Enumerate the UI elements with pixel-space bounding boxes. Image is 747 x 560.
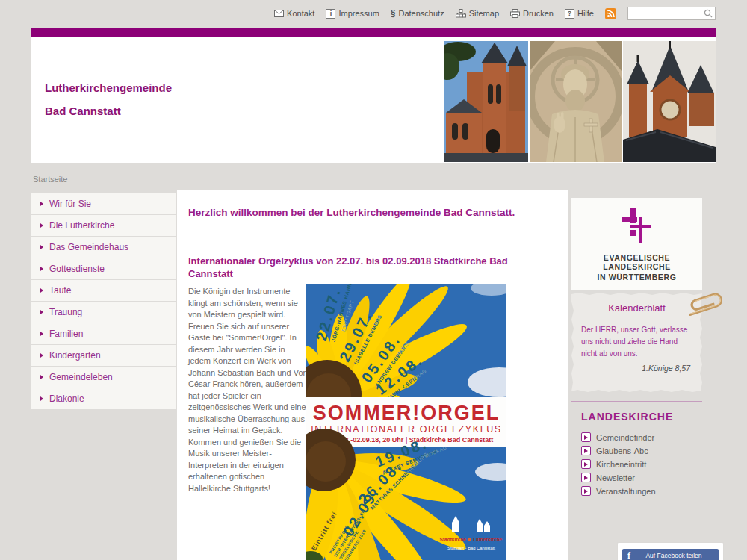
kalenderblatt-card: Kalenderblatt Der HERR, unser Gott, verl… [571, 293, 702, 392]
sidebar-item-gottesdienste[interactable]: Gottesdienste [31, 258, 176, 280]
sidebar-item-wir-fuer-sie[interactable]: Wir für Sie [31, 193, 176, 215]
landeskirche-links: Gemeindefinder Glaubens-Abc Kircheneintr… [581, 432, 656, 496]
sidebar-item-das-gemeindehaus[interactable]: Das Gemeindehaus [31, 237, 176, 258]
sidebar-item-die-lutherkirche[interactable]: Die Lutherkirche [31, 215, 176, 237]
sidebar-item-label: Gemeindeleben [49, 372, 113, 382]
link-label: Impressum [338, 9, 379, 18]
sitemap-icon [456, 9, 466, 18]
logo-text-line1: EVANGELISCHE LANDESKIRCHE [571, 253, 702, 271]
header-photo-christ-statue [530, 41, 622, 162]
drucken-link[interactable]: Drucken [510, 9, 554, 18]
play-icon [581, 459, 591, 469]
welcome-heading: Herzlich willkommen bei der Lutherkirche… [188, 207, 554, 218]
article-text: Die Königin der Instrumente klingt am sc… [188, 286, 308, 494]
triangle-bullet-icon [40, 288, 43, 293]
landeskirche-link-kircheneintritt[interactable]: Kircheneintritt [581, 459, 656, 469]
article-heading: Internationaler Orgelzyklus von 22.07. b… [188, 255, 521, 280]
breadcrumb: Startseite [33, 175, 67, 184]
sidebar-item-label: Familien [49, 329, 83, 339]
sidebar-item-label: Das Gemeindehaus [49, 242, 128, 252]
kalenderblatt-source: 1.Könige 8,57 [571, 364, 690, 373]
sidebar-item-label: Taufe [49, 285, 71, 296]
info-icon: i [326, 9, 335, 19]
site-title[interactable]: Lutherkirchengemeinde Bad Cannstatt [45, 76, 172, 122]
facebook-icon: f [627, 550, 630, 560]
sidebar-item-familien[interactable]: Familien [31, 323, 176, 345]
sidebar-item-label: Gottesdienste [49, 264, 105, 274]
header-photos [444, 41, 716, 162]
main-content: Herzlich willkommen bei der Lutherkirche… [177, 190, 568, 560]
sidebar-item-label: Kindergarten [49, 350, 101, 361]
brand-bar [31, 28, 716, 37]
sidebar-item-kindergarten[interactable]: Kindergarten [31, 345, 176, 367]
triangle-bullet-icon [40, 332, 43, 336]
datenschutz-link[interactable]: § Datenschutz [391, 8, 444, 19]
landeskirche-link-newsletter[interactable]: Newsletter [581, 473, 656, 482]
poster-title: SOMMER!ORGEL [313, 402, 500, 424]
sidebar-item-trauung[interactable]: Trauung [31, 302, 176, 323]
search-input[interactable] [630, 7, 704, 19]
play-icon [581, 432, 591, 442]
link-label: Glaubens-Abc [596, 447, 648, 455]
triangle-bullet-icon [40, 267, 43, 271]
link-label: Newsletter [596, 473, 635, 482]
landeskirche-logo[interactable]: EVANGELISCHE LANDESKIRCHE IN WÜRTTEMBERG [571, 198, 702, 290]
triangle-bullet-icon [40, 202, 43, 206]
link-label: Hilfe [577, 9, 594, 18]
header-photo-church-exterior [444, 41, 528, 162]
sidebar-item-label: Trauung [49, 307, 82, 317]
facebook-share-label: Auf Facebook teilen [635, 552, 719, 559]
page: Kontakt i Impressum § Datenschutz Sitema… [0, 0, 747, 560]
triangle-bullet-icon [40, 245, 43, 249]
poster-logo-left: Stadtkirche [440, 537, 467, 542]
landeskirche-link-gemeindefinder[interactable]: Gemeindefinder [581, 432, 656, 442]
kalenderblatt-title: Kalenderblatt [571, 302, 702, 314]
play-icon [581, 486, 591, 496]
landeskirche-link-veranstaltungen[interactable]: Veranstaltungen [581, 486, 656, 496]
paragraph-icon: § [391, 8, 396, 19]
link-label: Gemeindefinder [596, 433, 654, 442]
triangle-bullet-icon [40, 223, 43, 228]
rss-icon[interactable] [605, 8, 616, 19]
kalenderblatt-quote: Der HERR, unser Gott, verlasse uns nicht… [581, 324, 695, 360]
link-label: Datenschutz [399, 9, 444, 18]
search-box [627, 7, 716, 20]
triangle-bullet-icon [40, 396, 43, 401]
search-icon [704, 9, 713, 18]
help-icon: ? [565, 9, 574, 19]
orgelzyklus-poster[interactable]: 22.07. JÖRG-HANNES HAHN STUTTGART 29.07.… [306, 284, 506, 560]
sitemap-link[interactable]: Sitemap [456, 9, 499, 18]
divider [571, 401, 702, 402]
impressum-link[interactable]: i Impressum [326, 9, 379, 19]
header-photo-church-spires [623, 41, 716, 162]
sidebar-item-label: Wir für Sie [49, 199, 91, 209]
hilfe-link[interactable]: ? Hilfe [565, 9, 594, 19]
link-label: Sitemap [469, 9, 499, 18]
poster-logo-sub: Stuttgart - Bad Cannstatt [447, 546, 495, 550]
site-header: Lutherkirchengemeinde Bad Cannstatt [31, 37, 716, 163]
site-title-line1: Lutherkirchengemeinde [45, 76, 172, 99]
double-cross-icon [617, 208, 657, 246]
sidebar-item-label: Die Lutherkirche [49, 220, 114, 231]
sidebar-item-gemeindeleben[interactable]: Gemeindeleben [31, 367, 176, 388]
printer-icon [510, 9, 520, 18]
sidebar-nav: Wir für Sie Die Lutherkirche Das Gemeind… [31, 193, 176, 410]
sidebar-item-label: Diakonie [49, 393, 84, 404]
link-label: Kircheneintritt [596, 460, 646, 469]
kontakt-link[interactable]: Kontakt [274, 9, 314, 18]
triangle-bullet-icon [40, 310, 43, 314]
landeskirche-link-glaubens-abc[interactable]: Glaubens-Abc [581, 446, 656, 455]
facebook-share-button[interactable]: f Auf Facebook teilen [622, 549, 719, 560]
triangle-bullet-icon [40, 375, 43, 379]
link-label: Drucken [523, 9, 554, 18]
play-icon [581, 473, 591, 482]
landeskirche-heading: LANDESKIRCHE [581, 411, 673, 423]
poster-logo-right: Lutherkirche [473, 537, 503, 542]
link-label: Veranstaltungen [596, 487, 656, 496]
link-label: Kontakt [287, 9, 314, 18]
logo-text-line2: IN WÜRTTEMBERG [571, 273, 702, 281]
sidebar-item-taufe[interactable]: Taufe [31, 280, 176, 302]
facebook-share-card: f Auf Facebook teilen [617, 542, 724, 560]
sidebar-item-diakonie[interactable]: Diakonie [31, 388, 176, 410]
envelope-icon [274, 10, 284, 17]
